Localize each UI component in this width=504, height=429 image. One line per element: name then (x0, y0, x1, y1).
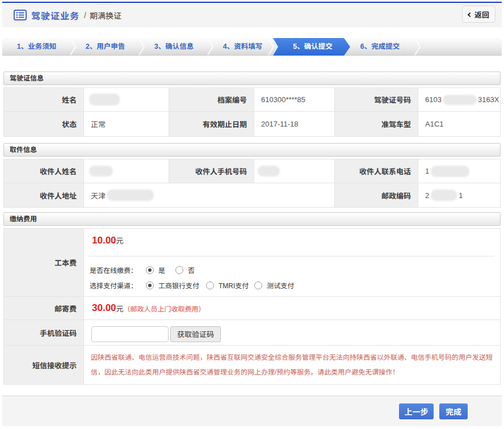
online-pay-option-yes[interactable]: 是 (146, 265, 165, 275)
expiry-value: 2017-11-18 (254, 112, 335, 136)
step-6-complete-submit: 6、完成提交 (346, 38, 414, 56)
breadcrumb-current: 期满换证 (90, 10, 121, 21)
postal-code-value: 21 (418, 183, 500, 207)
sms-hint-label: 短信接收提示 (4, 346, 84, 384)
postage-amount-value: 30.00 (92, 302, 116, 314)
recipient-address-prefix: 天津 (91, 190, 106, 201)
channel-option-tmri[interactable]: TMRI支付 (206, 280, 249, 290)
channel-option-icbc[interactable]: 工商银行支付 (146, 280, 199, 290)
step-separator-icon (268, 38, 275, 56)
channel-option-icbc-label: 工商银行支付 (158, 280, 199, 290)
sms-hint-text: 因陕西省联通、电信运营商技术问题，陕西省互联网交通安全综合服务管理平台无法向持陕… (91, 350, 495, 380)
status-label: 状态 (4, 112, 84, 136)
step-separator-icon (414, 38, 421, 56)
redacted-postal-code (431, 190, 457, 201)
online-pay-label: 是否在线缴费： (90, 265, 146, 275)
license-info-table: 姓名 档案编号 610300****85 驾驶证号码 61033163X 状态 … (3, 87, 501, 137)
postal-code-prefix: 2 (425, 191, 429, 200)
step-5-confirm-submit: 5、确认提交 (273, 38, 350, 56)
recipient-phone-value: 1 (418, 159, 500, 183)
sms-code-cell: 获取验证码 (84, 320, 500, 346)
chevron-left-icon (468, 12, 472, 16)
redacted-recipient-address (107, 190, 154, 201)
name-label: 姓名 (4, 88, 84, 112)
license-business-icon (14, 10, 27, 20)
step-3-confirm-info: 3、确认信息 (140, 38, 208, 56)
radio-test-icon[interactable] (254, 281, 262, 289)
step-1-business-notice: 1、业务须知 (2, 38, 71, 56)
recipient-name-label: 收件人姓名 (4, 159, 84, 183)
breadcrumb: 驾驶证业务 / 期满换证 (14, 9, 121, 22)
recipient-mobile-value (254, 159, 335, 183)
recipient-mobile-label: 收件人手机号码 (169, 159, 254, 183)
file-number-label: 档案编号 (169, 88, 254, 112)
back-button[interactable]: 返回 (462, 6, 495, 23)
license-number-label: 驾驶证号码 (335, 88, 418, 112)
back-button-label: 返回 (474, 9, 489, 20)
fee-section-title: 缴纳费用 (3, 212, 501, 226)
recipient-phone-prefix: 1 (425, 167, 429, 175)
steps-bar: 1、业务须知 2、用户申告 3、确认信息 4、资料填写 5、确认提交 6、完成提… (2, 38, 502, 56)
production-fee-amount-value: 10.00 (92, 235, 116, 246)
production-fee-amount: 10.00元 (84, 229, 500, 246)
recipient-name-value (84, 159, 169, 183)
license-number-suffix: 3163X (478, 95, 499, 104)
sms-hint-cell: 因陕西省联通、电信运营商技术问题，陕西省互联网交通安全综合服务管理平台无法向持陕… (84, 346, 500, 384)
recipient-address-value: 天津 (84, 183, 335, 207)
status-value: 正常 (84, 112, 169, 136)
redacted-license-number (443, 95, 477, 105)
vehicle-class-label: 准驾车型 (335, 112, 418, 136)
page-header: 驾驶证业务 / 期满换证 返回 (2, 3, 502, 27)
postage-cell: 30.00元（邮政人员上门收取费用） (84, 297, 500, 320)
pickup-section-title: 取件信息 (3, 143, 501, 157)
get-sms-code-button[interactable]: 获取验证码 (170, 326, 221, 342)
step-4-fill-data: 4、资料填写 (208, 38, 277, 56)
name-value (84, 88, 169, 112)
finish-button[interactable]: 完成 (439, 403, 468, 419)
online-pay-option-yes-label: 是 (158, 265, 165, 275)
recipient-phone-label: 收件人联系电话 (335, 159, 418, 183)
online-pay-option-no-label: 否 (188, 265, 195, 275)
postage-unit: 元 (116, 303, 124, 314)
sms-code-input[interactable] (91, 326, 169, 342)
channel-option-test-label: 测试支付 (267, 280, 294, 290)
breadcrumb-separator: / (84, 11, 86, 20)
vehicle-class-value: A1C1 (418, 112, 500, 136)
channel-option-tmri-label: TMRI支付 (219, 280, 249, 290)
file-number-value: 610300****85 (254, 88, 335, 112)
online-pay-row: 是否在线缴费： 是 否 (84, 263, 500, 277)
footer-bar: 上一步 完成 (2, 396, 502, 426)
channel-option-test[interactable]: 测试支付 (254, 280, 294, 290)
page-title: 驾驶证业务 (31, 9, 79, 22)
radio-icbc-icon[interactable] (146, 281, 154, 289)
previous-step-button[interactable]: 上一步 (399, 403, 434, 419)
license-section-title: 驾驶证信息 (3, 72, 501, 85)
online-pay-option-no[interactable]: 否 (175, 265, 195, 275)
recipient-address-label: 收件人地址 (4, 183, 84, 207)
redacted-recipient-phone (431, 166, 469, 177)
pay-channel-label: 选择支付渠道： (90, 280, 146, 290)
postage-note: （邮政人员上门收取费用） (124, 304, 205, 313)
sms-code-label: 手机验证码 (4, 320, 84, 346)
expiry-label: 有效期止日期 (169, 112, 254, 136)
postage-label: 邮寄费 (4, 297, 84, 320)
redacted-name (89, 94, 120, 106)
license-number-value: 61033163X (418, 88, 500, 112)
production-fee-cell: 10.00元 是否在线缴费： 是 否 选择支付渠道： 工商银行支付 TMRI支付… (84, 229, 500, 297)
production-fee-unit: 元 (116, 237, 124, 245)
redacted-recipient-mobile (258, 166, 280, 176)
postal-code-suffix: 1 (459, 191, 463, 200)
radio-yes-icon[interactable] (146, 266, 154, 274)
redacted-recipient-name (89, 166, 113, 176)
radio-tmri-icon[interactable] (206, 281, 214, 289)
pickup-info-table: 收件人姓名 收件人手机号码 收件人联系电话 1 收件人地址 天津 邮政编码 21 (3, 159, 501, 208)
radio-no-icon[interactable] (175, 266, 183, 274)
license-number-prefix: 6103 (425, 95, 442, 104)
fee-divider (89, 256, 495, 256)
postal-code-label: 邮政编码 (335, 183, 418, 207)
fee-table: 工本费 10.00元 是否在线缴费： 是 否 选择支付渠道： 工商银行支付 TM… (3, 228, 501, 385)
production-fee-label: 工本费 (4, 229, 84, 297)
step-2-user-declaration: 2、用户申告 (71, 38, 140, 56)
pay-channel-row: 选择支付渠道： 工商银行支付 TMRI支付 测试支付 (84, 278, 500, 292)
